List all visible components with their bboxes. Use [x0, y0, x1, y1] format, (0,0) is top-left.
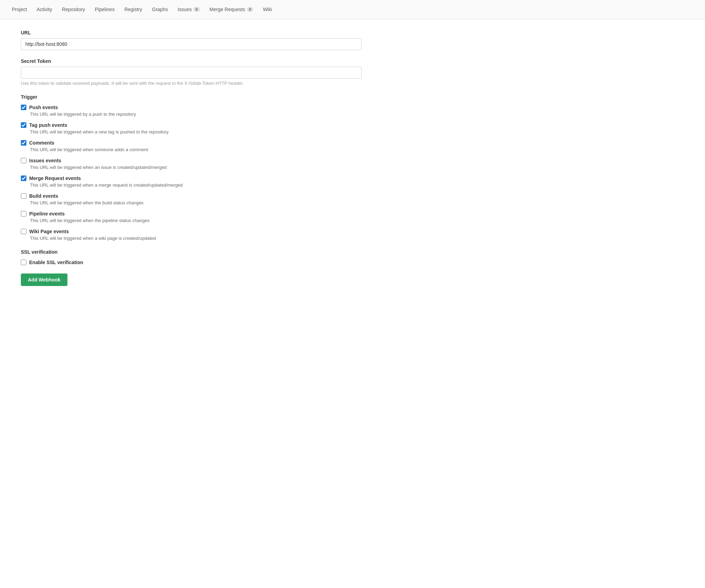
- trigger-item-merge-request-events: Merge Request eventsThis URL will be tri…: [21, 175, 362, 188]
- ssl-label: SSL verification: [21, 249, 362, 255]
- trigger-item-pipeline-events: Pipeline eventsThis URL will be triggere…: [21, 211, 362, 223]
- checkbox-push-events[interactable]: [21, 105, 26, 110]
- checkbox-pipeline-events[interactable]: [21, 211, 26, 217]
- label-build-events[interactable]: Build events: [29, 193, 58, 199]
- nav-item-wiki[interactable]: Wiki: [258, 0, 277, 19]
- label-tag-push-events[interactable]: Tag push events: [29, 122, 67, 128]
- trigger-item-build-events: Build eventsThis URL will be triggered w…: [21, 193, 362, 205]
- ssl-enable-checkbox[interactable]: [21, 260, 26, 265]
- nav-badge-issues: 0: [193, 7, 200, 12]
- label-pipeline-events[interactable]: Pipeline events: [29, 211, 65, 217]
- url-input[interactable]: [21, 38, 362, 50]
- desc-build-events: This URL will be triggered when the buil…: [21, 200, 362, 205]
- desc-wiki-page-events: This URL will be triggered when a wiki p…: [21, 236, 362, 241]
- secret-token-label: Secret Token: [21, 58, 362, 64]
- nav-item-registry[interactable]: Registry: [120, 0, 147, 19]
- ssl-enable-row: Enable SSL verification: [21, 260, 362, 265]
- trigger-row-pipeline-events: Pipeline events: [21, 211, 362, 217]
- secret-token-input[interactable]: [21, 67, 362, 79]
- ssl-section: SSL verification Enable SSL verification: [21, 249, 362, 265]
- trigger-row-issues-events: Issues events: [21, 158, 362, 163]
- checkbox-wiki-page-events[interactable]: [21, 229, 26, 234]
- url-label: URL: [21, 30, 362, 35]
- secret-token-hint: Use this token to validate received payl…: [21, 81, 362, 86]
- main-content: URL Secret Token Use this token to valid…: [0, 19, 382, 296]
- trigger-row-tag-push-events: Tag push events: [21, 122, 362, 128]
- trigger-group: Trigger Push eventsThis URL will be trig…: [21, 94, 362, 241]
- trigger-row-build-events: Build events: [21, 193, 362, 199]
- trigger-item-push-events: Push eventsThis URL will be triggered by…: [21, 105, 362, 117]
- add-webhook-button[interactable]: Add Webhook: [21, 273, 67, 286]
- nav-item-graphs[interactable]: Graphs: [147, 0, 173, 19]
- trigger-item-issues-events: Issues eventsThis URL will be triggered …: [21, 158, 362, 170]
- navigation: ProjectActivityRepositoryPipelinesRegist…: [0, 0, 705, 19]
- nav-item-issues[interactable]: Issues0: [173, 0, 205, 19]
- nav-item-project[interactable]: Project: [7, 0, 32, 19]
- trigger-row-push-events: Push events: [21, 105, 362, 110]
- checkbox-issues-events[interactable]: [21, 158, 26, 163]
- label-push-events[interactable]: Push events: [29, 105, 58, 110]
- nav-badge-merge-requests: 0: [247, 7, 253, 12]
- trigger-row-comments: Comments: [21, 140, 362, 146]
- desc-issues-events: This URL will be triggered when an issue…: [21, 165, 362, 170]
- trigger-item-comments: CommentsThis URL will be triggered when …: [21, 140, 362, 152]
- checkbox-tag-push-events[interactable]: [21, 122, 26, 128]
- trigger-row-wiki-page-events: Wiki Page events: [21, 229, 362, 234]
- label-wiki-page-events[interactable]: Wiki Page events: [29, 229, 69, 234]
- label-issues-events[interactable]: Issues events: [29, 158, 61, 163]
- trigger-label: Trigger: [21, 94, 362, 100]
- trigger-row-merge-request-events: Merge Request events: [21, 175, 362, 181]
- triggers-container: Push eventsThis URL will be triggered by…: [21, 105, 362, 241]
- checkbox-build-events[interactable]: [21, 193, 26, 199]
- nav-item-pipelines[interactable]: Pipelines: [90, 0, 120, 19]
- nav-item-activity[interactable]: Activity: [32, 0, 57, 19]
- checkbox-comments[interactable]: [21, 140, 26, 146]
- trigger-item-tag-push-events: Tag push eventsThis URL will be triggere…: [21, 122, 362, 134]
- desc-merge-request-events: This URL will be triggered when a merge …: [21, 182, 362, 188]
- url-group: URL: [21, 30, 362, 50]
- nav-item-merge-requests[interactable]: Merge Requests0: [205, 0, 258, 19]
- desc-pipeline-events: This URL will be triggered when the pipe…: [21, 218, 362, 223]
- ssl-enable-label[interactable]: Enable SSL verification: [29, 260, 83, 265]
- label-merge-request-events[interactable]: Merge Request events: [29, 175, 81, 181]
- desc-tag-push-events: This URL will be triggered when a new ta…: [21, 129, 362, 134]
- desc-comments: This URL will be triggered when someone …: [21, 147, 362, 152]
- checkbox-merge-request-events[interactable]: [21, 175, 26, 181]
- label-comments[interactable]: Comments: [29, 140, 54, 146]
- desc-push-events: This URL will be triggered by a push to …: [21, 112, 362, 117]
- nav-item-repository[interactable]: Repository: [57, 0, 90, 19]
- trigger-item-wiki-page-events: Wiki Page eventsThis URL will be trigger…: [21, 229, 362, 241]
- secret-token-group: Secret Token Use this token to validate …: [21, 58, 362, 86]
